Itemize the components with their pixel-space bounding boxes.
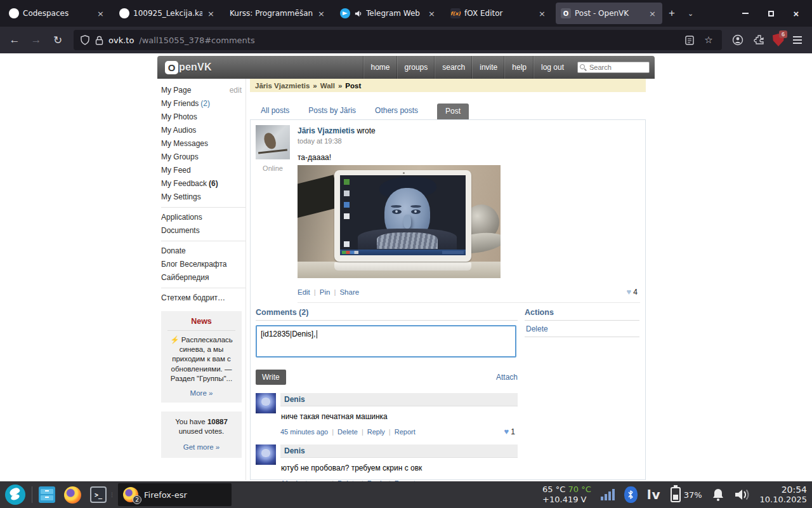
laptop-screen-taskbar bbox=[340, 250, 466, 255]
comment-delete-link[interactable]: Delete bbox=[337, 428, 358, 436]
clock[interactable]: 20:54 10.10.2025 bbox=[760, 485, 807, 505]
pin-link[interactable]: Pin bbox=[320, 288, 331, 296]
sidebar-item-donate[interactable]: Donate bbox=[161, 244, 246, 258]
post-photo[interactable] bbox=[298, 165, 501, 278]
sidebar-item-applications[interactable]: Applications bbox=[161, 211, 246, 224]
sidebar-item-my-page[interactable]: My Pageedit bbox=[161, 84, 246, 97]
comment-author-link[interactable]: Denis bbox=[284, 446, 305, 455]
tab-list-chevron-icon[interactable]: ⌄ bbox=[681, 10, 700, 18]
tab-all-posts[interactable]: All posts bbox=[261, 106, 289, 119]
author-avatar[interactable] bbox=[256, 125, 290, 159]
sidebar-item-my-audios[interactable]: My Audios bbox=[161, 124, 246, 137]
nav-groups[interactable]: groups bbox=[397, 56, 435, 79]
sidebar-item-my-friends[interactable]: My Friends(2) bbox=[161, 97, 246, 110]
commenter-avatar[interactable] bbox=[256, 393, 276, 413]
tab-close-icon[interactable]: × bbox=[537, 9, 547, 18]
tab-close-icon[interactable]: × bbox=[648, 9, 657, 18]
sidebar-item-my-feed[interactable]: My Feed bbox=[161, 164, 246, 177]
sidebar-item-my-settings[interactable]: My Settings bbox=[161, 190, 246, 204]
file-manager-icon[interactable] bbox=[39, 486, 55, 503]
breadcrumb-user-link[interactable]: Jāris Vjazmietis bbox=[255, 82, 310, 90]
tab-posts-by-jaris[interactable]: Posts by Jāris bbox=[308, 106, 356, 119]
minimize-button[interactable] bbox=[736, 5, 755, 22]
bluetooth-icon[interactable] bbox=[624, 486, 638, 503]
comment-report-link[interactable]: Report bbox=[395, 428, 416, 436]
comment-time-link[interactable]: 45 minutes ago bbox=[280, 428, 328, 436]
close-window-button[interactable]: × bbox=[787, 5, 806, 22]
tab-fox-editor[interactable]: f(x) fOX Editor × bbox=[445, 3, 552, 24]
tab-post-openvk-active[interactable]: O Post - OpenVK × bbox=[556, 3, 662, 24]
tab-lekcija[interactable]: 100925_Lekcija.ka × bbox=[114, 3, 221, 24]
sidebar-item-my-photos[interactable]: My Photos bbox=[161, 110, 246, 124]
nav-logout[interactable]: log out bbox=[534, 56, 571, 79]
reload-button[interactable]: ↻ bbox=[48, 30, 67, 50]
terminal-icon[interactable]: >_ bbox=[90, 486, 107, 503]
tab-codespaces[interactable]: Codespaces × bbox=[4, 3, 110, 24]
url-bar[interactable]: ovk.to/wall15055_378#comments ☆ bbox=[74, 30, 722, 50]
comment-text: ютуб не пробовал? требуем скрин с овк bbox=[280, 464, 518, 472]
new-tab-button[interactable]: + bbox=[662, 7, 681, 20]
tab-kurss[interactable]: Kurss: Programmēšan × bbox=[225, 3, 331, 24]
time: 20:54 bbox=[760, 485, 807, 495]
tab-close-icon[interactable]: × bbox=[96, 9, 105, 18]
nav-help[interactable]: help bbox=[504, 56, 534, 79]
applications-menu-icon[interactable] bbox=[5, 485, 25, 505]
write-button[interactable]: Write bbox=[256, 370, 286, 385]
comment-textarea[interactable]: [id12835|Denis], bbox=[256, 325, 516, 358]
ublock-origin-icon[interactable]: 6 bbox=[771, 33, 785, 47]
network-signal-icon[interactable] bbox=[601, 489, 615, 500]
sidebar-item-statham[interactable]: Стетхем бодрит… bbox=[161, 291, 246, 305]
attach-link[interactable]: Attach bbox=[496, 373, 518, 382]
edit-link[interactable]: Edit bbox=[298, 288, 310, 296]
keyboard-layout-indicator[interactable]: lv bbox=[647, 487, 661, 502]
delete-post-link[interactable]: Delete bbox=[525, 321, 639, 337]
share-link[interactable]: Share bbox=[339, 288, 359, 296]
openvk-logo[interactable]: O penVK bbox=[165, 61, 212, 74]
lock-icon[interactable] bbox=[95, 36, 103, 45]
news-more-link[interactable]: More » bbox=[190, 389, 213, 397]
sidebar-item-documents[interactable]: Documents bbox=[161, 224, 246, 237]
reader-mode-icon[interactable] bbox=[683, 33, 697, 47]
firefox-launcher-icon[interactable] bbox=[64, 486, 81, 504]
search-icon bbox=[580, 64, 585, 69]
tab-close-icon[interactable]: × bbox=[206, 9, 216, 18]
search-input[interactable] bbox=[577, 62, 650, 73]
notifications-bell-icon[interactable] bbox=[712, 488, 724, 502]
firefox-window-button[interactable]: 2 Firefox-esr bbox=[118, 483, 232, 506]
comment-like-button[interactable]: ♥ 1 bbox=[504, 427, 518, 436]
sidebar-item-my-feedback[interactable]: My Feedback(6) bbox=[161, 177, 246, 190]
sidebar-item-blog[interactable]: Блог Веселкрафта bbox=[161, 258, 246, 271]
tab-post-active[interactable]: Post bbox=[437, 104, 469, 119]
back-button[interactable]: ← bbox=[5, 30, 24, 50]
tab-close-icon[interactable]: × bbox=[317, 9, 326, 18]
commenter-avatar[interactable] bbox=[256, 444, 276, 465]
get-more-votes-link[interactable]: Get more » bbox=[183, 443, 220, 453]
battery-indicator[interactable]: 37% bbox=[671, 487, 702, 502]
menu-hamburger-icon[interactable] bbox=[788, 30, 807, 50]
sidebar-item-my-groups[interactable]: My Groups bbox=[161, 150, 246, 164]
votes-box: You have 10887 unused votes. Get more » bbox=[161, 411, 242, 458]
forward-button[interactable]: → bbox=[27, 30, 46, 50]
nav-home[interactable]: home bbox=[363, 56, 397, 79]
tab-audio-icon[interactable] bbox=[354, 10, 362, 18]
sidebar-divider bbox=[161, 207, 246, 208]
nav-search[interactable]: search bbox=[435, 56, 472, 79]
tab-telegram[interactable]: Telegram Web × bbox=[335, 3, 442, 24]
comment-reply-link[interactable]: Reply bbox=[367, 428, 385, 436]
maximize-button[interactable] bbox=[761, 5, 780, 22]
comment-author-link[interactable]: Denis bbox=[284, 395, 305, 404]
nav-invite[interactable]: invite bbox=[472, 56, 504, 79]
post-author-link[interactable]: Jāris Vjazmietis bbox=[298, 126, 355, 135]
sidebar-item-cyberpedia[interactable]: Сайберпедия bbox=[161, 271, 246, 284]
bookmark-star-icon[interactable]: ☆ bbox=[702, 33, 716, 47]
edit-link[interactable]: edit bbox=[230, 86, 242, 95]
extensions-puzzle-icon[interactable] bbox=[750, 30, 769, 50]
tab-close-icon[interactable]: × bbox=[427, 9, 436, 18]
tab-others-posts[interactable]: Others posts bbox=[375, 106, 418, 119]
sidebar-item-my-messages[interactable]: My Messages bbox=[161, 137, 246, 150]
tracking-shield-icon[interactable] bbox=[80, 35, 90, 45]
account-icon[interactable] bbox=[728, 30, 747, 50]
volume-icon[interactable] bbox=[734, 488, 750, 502]
breadcrumb-wall-link[interactable]: Wall bbox=[320, 82, 335, 90]
post-like-button[interactable]: ♥ 4 bbox=[627, 287, 640, 297]
